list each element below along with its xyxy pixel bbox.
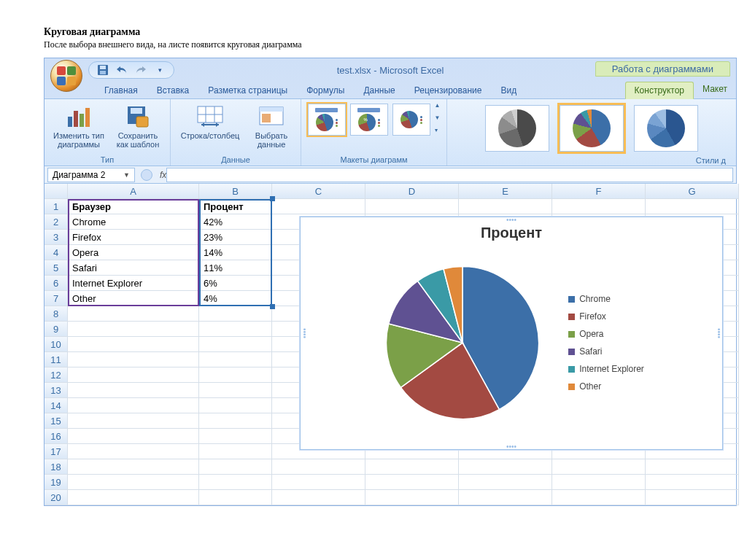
cell[interactable] [272, 490, 365, 505]
tab-chart-layout[interactable]: Макет [694, 81, 736, 98]
cell[interactable] [272, 199, 365, 214]
cell[interactable] [199, 459, 272, 475]
legend-item[interactable]: Other [568, 381, 644, 392]
cell[interactable] [199, 368, 272, 383]
cell[interactable] [459, 475, 552, 490]
legend-item[interactable]: Internet Explorer [568, 364, 644, 374]
row-header[interactable]: 16 [44, 429, 68, 444]
namebox-dropdown-icon[interactable]: ▼ [123, 171, 130, 179]
row-header[interactable]: 14 [44, 398, 68, 413]
cell[interactable] [552, 459, 646, 475]
legend-item[interactable]: Chrome [568, 294, 644, 304]
chart-layout-3[interactable] [392, 104, 430, 136]
cell[interactable] [459, 459, 552, 475]
legend-item[interactable]: Firefox [568, 311, 644, 322]
cell[interactable] [459, 490, 552, 505]
cell[interactable] [646, 459, 739, 475]
cell[interactable] [199, 475, 272, 490]
layouts-scroll-down-icon[interactable]: ▼ [435, 114, 441, 121]
layouts-more-icon[interactable]: ▾ [435, 127, 441, 133]
column-header[interactable]: E [459, 184, 552, 199]
switch-row-column-button[interactable]: Строка/столбец [177, 102, 244, 141]
column-header[interactable]: D [365, 184, 459, 199]
cell[interactable] [68, 490, 199, 505]
formula-input[interactable] [166, 168, 733, 182]
row-header[interactable]: 19 [44, 475, 68, 490]
cell[interactable] [552, 490, 646, 505]
tab-view[interactable]: Вид [492, 82, 525, 98]
cell[interactable] [199, 322, 272, 337]
cell[interactable]: Браузер [68, 199, 199, 214]
cell[interactable] [68, 368, 199, 383]
name-box[interactable]: Диаграмма 2▼ [47, 168, 135, 182]
embedded-pie-chart[interactable]: •••• •••• •••• •••• Процент ChromeFirefo… [300, 217, 723, 450]
cell[interactable] [365, 199, 459, 214]
row-header[interactable]: 3 [44, 230, 68, 245]
selection-handle[interactable] [270, 196, 275, 201]
row-header[interactable]: 17 [44, 444, 68, 459]
redo-icon[interactable] [134, 63, 147, 77]
tab-home[interactable]: Главная [96, 82, 147, 98]
cell[interactable]: 23% [199, 230, 272, 245]
cell[interactable] [68, 459, 199, 475]
select-data-button[interactable]: Выбрать данные [248, 102, 295, 150]
row-header[interactable]: 10 [44, 337, 68, 352]
column-header[interactable]: F [552, 184, 646, 199]
change-chart-type-button[interactable]: Изменить тип диаграммы [50, 102, 107, 150]
save-icon[interactable] [96, 63, 109, 77]
cell[interactable] [199, 413, 272, 429]
cell[interactable] [199, 490, 272, 505]
cell[interactable] [365, 459, 459, 475]
cell[interactable] [646, 475, 739, 490]
cell[interactable] [459, 199, 552, 214]
select-all-corner[interactable] [44, 184, 68, 199]
cell[interactable] [68, 306, 199, 322]
cell[interactable] [199, 352, 272, 368]
cell[interactable] [646, 490, 739, 505]
cell[interactable] [646, 199, 739, 214]
cell[interactable] [68, 383, 199, 398]
cell[interactable] [365, 490, 459, 505]
cell[interactable] [199, 383, 272, 398]
cell[interactable] [68, 337, 199, 352]
row-header[interactable]: 13 [44, 383, 68, 398]
qat-dropdown-icon[interactable]: ▾ [153, 63, 166, 77]
layouts-scroll-up-icon[interactable]: ▲ [435, 102, 441, 109]
cell[interactable] [199, 444, 272, 459]
cell[interactable]: 11% [199, 260, 272, 276]
row-header[interactable]: 8 [44, 306, 68, 322]
cell[interactable] [68, 322, 199, 337]
tab-layout[interactable]: Разметка страницы [199, 82, 296, 98]
cell[interactable]: Firefox [68, 230, 199, 245]
cell[interactable] [199, 337, 272, 352]
cell[interactable]: 4% [199, 291, 272, 306]
cell[interactable]: Internet Explorer [68, 276, 199, 291]
row-header[interactable]: 9 [44, 322, 68, 337]
chart-title[interactable]: Процент [301, 225, 722, 241]
column-header[interactable]: A [68, 184, 199, 199]
cell[interactable]: Other [68, 291, 199, 306]
cell[interactable]: Opera [68, 245, 199, 260]
row-header[interactable]: 4 [44, 245, 68, 260]
save-as-template-button[interactable]: Сохранить как шаблон [112, 102, 164, 150]
cell[interactable] [552, 199, 646, 214]
cell[interactable] [199, 306, 272, 322]
row-header[interactable]: 1 [44, 199, 68, 214]
row-header[interactable]: 15 [44, 413, 68, 429]
cell[interactable]: 42% [199, 214, 272, 230]
column-header[interactable]: B [199, 184, 272, 199]
column-header[interactable]: G [646, 184, 739, 199]
tab-insert[interactable]: Вставка [148, 82, 198, 98]
row-header[interactable]: 18 [44, 459, 68, 475]
cell[interactable] [68, 444, 199, 459]
cell[interactable] [68, 429, 199, 444]
cell[interactable] [68, 352, 199, 368]
cell[interactable] [199, 398, 272, 413]
cell[interactable]: 6% [199, 276, 272, 291]
column-header[interactable]: C [272, 184, 365, 199]
row-header[interactable]: 5 [44, 260, 68, 276]
undo-icon[interactable] [115, 63, 128, 77]
cell[interactable] [68, 398, 199, 413]
tab-review[interactable]: Рецензирование [406, 82, 491, 98]
cell[interactable] [68, 413, 199, 429]
